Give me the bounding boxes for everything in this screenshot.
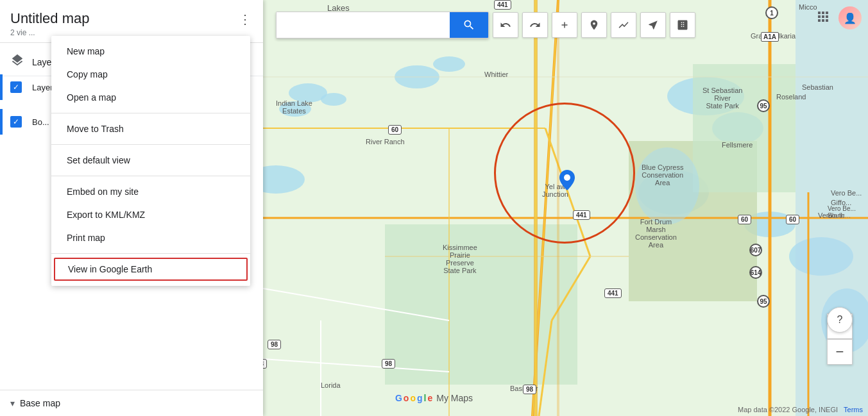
base-map-label: Base map <box>20 398 60 408</box>
map-label-indian-lake: Indian LakeEstates <box>276 99 312 115</box>
base-map-chevron: ▾ <box>10 398 15 408</box>
layer-checkbox-2[interactable] <box>10 116 22 128</box>
help-button[interactable]: ? <box>827 307 853 333</box>
map-label-fellsmere: Fellsmere <box>722 141 753 149</box>
map-label-vero-beach: Vero Be... <box>831 189 862 197</box>
redo-button[interactable] <box>522 12 548 38</box>
map-label-floric: Floric... <box>828 212 851 219</box>
svg-point-5 <box>433 56 465 72</box>
svg-point-36 <box>564 174 570 181</box>
top-right-icons: 👤 <box>815 6 862 29</box>
sidebar: Untitled map 2 vie ... ⋮ Layers Layer na… <box>0 0 263 416</box>
map-label-micco: Micco <box>799 3 817 11</box>
blue-indicator-bar <box>0 74 3 100</box>
layers-icon <box>10 53 24 71</box>
map-label-blue-cypress: Blue CypressConservationArea <box>642 163 683 187</box>
map-label-gifford: Giffo... <box>831 199 851 206</box>
marker-button[interactable] <box>581 12 607 38</box>
pan-button[interactable] <box>552 12 577 38</box>
highway-98-lorida: 98 <box>382 359 395 369</box>
user-avatar[interactable]: 👤 <box>838 6 862 29</box>
menu-divider-3 <box>51 176 250 176</box>
highway-441-mid: 441 <box>604 288 622 298</box>
highway-us95-shield: 95 <box>757 295 770 308</box>
google-text-e: e <box>427 393 432 403</box>
map-label-whittier: Whittier <box>484 71 508 78</box>
base-map-section[interactable]: ▾ Base map <box>0 390 263 416</box>
menu-divider-4 <box>51 253 250 254</box>
menu-item-open-map[interactable]: Open a map <box>51 86 250 109</box>
attribution: Map data ©2022 Google, INEGI Terms <box>738 406 863 413</box>
map-label-kissimmee: KissimmeePrairiePreserveState Park <box>443 244 477 274</box>
layer-checkbox[interactable] <box>10 81 22 93</box>
highway-98-bottom: 98 <box>523 385 536 394</box>
menu-item-default-view[interactable]: Set default view <box>51 149 250 172</box>
highway-60-far-right: 60 <box>786 215 799 224</box>
measure-button[interactable] <box>670 12 695 38</box>
highway-us1-shield: 1 <box>765 6 778 19</box>
menu-item-copy-map[interactable]: Copy map <box>51 63 250 86</box>
google-text-g: G <box>395 393 402 403</box>
dropdown-menu: New map Copy map Open a map Move to Tras… <box>51 36 250 286</box>
map-title: Untitled map <box>10 10 253 27</box>
highway-441-bottom: 441 <box>573 210 590 220</box>
menu-item-embed[interactable]: Embed on my site <box>51 180 250 203</box>
highway-98-mid-left: 98 <box>268 340 281 349</box>
route-button[interactable] <box>640 12 666 38</box>
svg-point-2 <box>321 93 346 106</box>
draw-button[interactable] <box>611 12 636 38</box>
google-text-g2: g <box>417 393 423 403</box>
search-input[interactable] <box>277 12 450 38</box>
menu-item-print[interactable]: Print map <box>51 226 250 249</box>
map-label-sebastian: Sebastian <box>802 83 833 91</box>
more-options-button[interactable]: ⋮ <box>235 9 255 29</box>
search-bar <box>276 12 489 38</box>
menu-item-new-map[interactable]: New map <box>51 40 250 63</box>
map-label-lorida: Lorida <box>321 381 341 389</box>
highway-60-right: 60 <box>738 215 751 224</box>
svg-rect-14 <box>385 224 577 385</box>
svg-rect-16 <box>693 64 796 192</box>
google-my-maps-logo: Google My Maps <box>395 393 473 403</box>
map-label-roseland: Roseland <box>776 93 806 101</box>
undo-button[interactable] <box>493 12 518 38</box>
menu-item-export-kml[interactable]: Export to KML/KMZ <box>51 203 250 226</box>
menu-divider-2 <box>51 144 250 145</box>
highway-i95-shield: 95 <box>757 99 770 112</box>
my-maps-text: My Maps <box>436 393 473 403</box>
highway-614-shield: 614 <box>749 266 762 279</box>
highway-60-shield: 60 <box>388 125 402 135</box>
map-label-st-sebastian: St SebastianRiverState Park <box>702 87 742 110</box>
layer-name-2: Bo... <box>30 117 49 127</box>
menu-item-google-earth[interactable]: View in Google Earth <box>54 258 248 281</box>
highway-441-top: 441 <box>494 0 511 10</box>
location-pin <box>559 170 575 193</box>
search-button[interactable] <box>450 12 488 38</box>
map-label-fort-drum: Fort DrumMarshConservationArea <box>635 218 677 249</box>
blue-bar-2 <box>0 109 3 135</box>
google-text-l: l <box>424 393 427 403</box>
google-text-o1: o <box>404 393 409 403</box>
toolbar <box>276 12 695 38</box>
menu-divider-1 <box>51 113 250 113</box>
terms-link[interactable]: Terms <box>844 406 863 413</box>
menu-item-trash[interactable]: Move to Trash <box>51 117 250 140</box>
highway-607-shield: 607 <box>749 244 762 256</box>
google-text-o2: o <box>410 393 416 403</box>
map-label-river-ranch: River Ranch <box>366 138 405 146</box>
apps-grid-icon[interactable] <box>815 9 831 27</box>
highway-a1a-shield: A1A <box>761 32 779 42</box>
zoom-out-button[interactable]: − <box>827 339 853 365</box>
